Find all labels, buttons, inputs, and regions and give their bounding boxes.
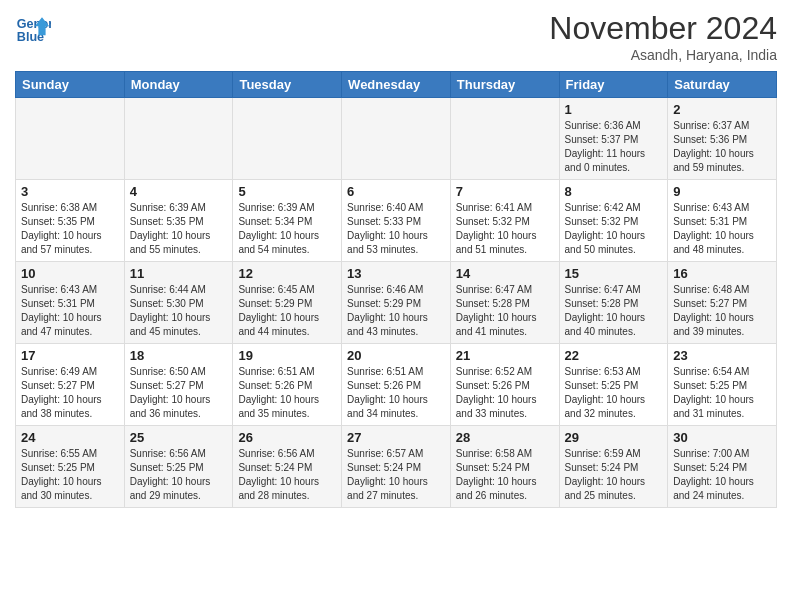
- day-info: Sunrise: 6:39 AM Sunset: 5:34 PM Dayligh…: [238, 201, 336, 257]
- day-info: Sunrise: 6:57 AM Sunset: 5:24 PM Dayligh…: [347, 447, 445, 503]
- calendar-cell: [233, 98, 342, 180]
- weekday-header-tuesday: Tuesday: [233, 72, 342, 98]
- day-info: Sunrise: 6:52 AM Sunset: 5:26 PM Dayligh…: [456, 365, 554, 421]
- title-block: November 2024 Asandh, Haryana, India: [549, 10, 777, 63]
- day-info: Sunrise: 6:53 AM Sunset: 5:25 PM Dayligh…: [565, 365, 663, 421]
- calendar-cell: 28Sunrise: 6:58 AM Sunset: 5:24 PM Dayli…: [450, 426, 559, 508]
- day-number: 14: [456, 266, 554, 281]
- weekday-header-friday: Friday: [559, 72, 668, 98]
- weekday-header-wednesday: Wednesday: [342, 72, 451, 98]
- calendar-cell: 4Sunrise: 6:39 AM Sunset: 5:35 PM Daylig…: [124, 180, 233, 262]
- day-info: Sunrise: 6:49 AM Sunset: 5:27 PM Dayligh…: [21, 365, 119, 421]
- calendar-cell: 18Sunrise: 6:50 AM Sunset: 5:27 PM Dayli…: [124, 344, 233, 426]
- day-number: 6: [347, 184, 445, 199]
- calendar-cell: 3Sunrise: 6:38 AM Sunset: 5:35 PM Daylig…: [16, 180, 125, 262]
- calendar-week-row: 3Sunrise: 6:38 AM Sunset: 5:35 PM Daylig…: [16, 180, 777, 262]
- day-number: 13: [347, 266, 445, 281]
- day-number: 4: [130, 184, 228, 199]
- day-number: 8: [565, 184, 663, 199]
- calendar-cell: 27Sunrise: 6:57 AM Sunset: 5:24 PM Dayli…: [342, 426, 451, 508]
- day-number: 18: [130, 348, 228, 363]
- day-info: Sunrise: 6:58 AM Sunset: 5:24 PM Dayligh…: [456, 447, 554, 503]
- calendar-week-row: 17Sunrise: 6:49 AM Sunset: 5:27 PM Dayli…: [16, 344, 777, 426]
- weekday-header-saturday: Saturday: [668, 72, 777, 98]
- day-info: Sunrise: 6:51 AM Sunset: 5:26 PM Dayligh…: [238, 365, 336, 421]
- day-number: 23: [673, 348, 771, 363]
- day-number: 16: [673, 266, 771, 281]
- calendar-cell: 20Sunrise: 6:51 AM Sunset: 5:26 PM Dayli…: [342, 344, 451, 426]
- calendar-cell: 25Sunrise: 6:56 AM Sunset: 5:25 PM Dayli…: [124, 426, 233, 508]
- day-number: 19: [238, 348, 336, 363]
- calendar-cell: 24Sunrise: 6:55 AM Sunset: 5:25 PM Dayli…: [16, 426, 125, 508]
- logo-icon: General Blue: [15, 10, 51, 46]
- calendar-cell: 11Sunrise: 6:44 AM Sunset: 5:30 PM Dayli…: [124, 262, 233, 344]
- calendar-cell: 16Sunrise: 6:48 AM Sunset: 5:27 PM Dayli…: [668, 262, 777, 344]
- day-number: 3: [21, 184, 119, 199]
- weekday-header-row: SundayMondayTuesdayWednesdayThursdayFrid…: [16, 72, 777, 98]
- day-info: Sunrise: 6:38 AM Sunset: 5:35 PM Dayligh…: [21, 201, 119, 257]
- weekday-header-monday: Monday: [124, 72, 233, 98]
- day-number: 28: [456, 430, 554, 445]
- day-number: 7: [456, 184, 554, 199]
- calendar-cell: 6Sunrise: 6:40 AM Sunset: 5:33 PM Daylig…: [342, 180, 451, 262]
- calendar-cell: [16, 98, 125, 180]
- day-number: 11: [130, 266, 228, 281]
- weekday-header-thursday: Thursday: [450, 72, 559, 98]
- day-info: Sunrise: 6:48 AM Sunset: 5:27 PM Dayligh…: [673, 283, 771, 339]
- weekday-header-sunday: Sunday: [16, 72, 125, 98]
- calendar-week-row: 24Sunrise: 6:55 AM Sunset: 5:25 PM Dayli…: [16, 426, 777, 508]
- day-info: Sunrise: 6:46 AM Sunset: 5:29 PM Dayligh…: [347, 283, 445, 339]
- day-info: Sunrise: 6:43 AM Sunset: 5:31 PM Dayligh…: [21, 283, 119, 339]
- calendar-cell: 29Sunrise: 6:59 AM Sunset: 5:24 PM Dayli…: [559, 426, 668, 508]
- calendar-cell: 7Sunrise: 6:41 AM Sunset: 5:32 PM Daylig…: [450, 180, 559, 262]
- calendar-cell: 23Sunrise: 6:54 AM Sunset: 5:25 PM Dayli…: [668, 344, 777, 426]
- month-title: November 2024: [549, 10, 777, 47]
- calendar-cell: 17Sunrise: 6:49 AM Sunset: 5:27 PM Dayli…: [16, 344, 125, 426]
- day-number: 10: [21, 266, 119, 281]
- day-info: Sunrise: 6:59 AM Sunset: 5:24 PM Dayligh…: [565, 447, 663, 503]
- day-number: 26: [238, 430, 336, 445]
- calendar-table: SundayMondayTuesdayWednesdayThursdayFrid…: [15, 71, 777, 508]
- day-info: Sunrise: 6:55 AM Sunset: 5:25 PM Dayligh…: [21, 447, 119, 503]
- day-number: 30: [673, 430, 771, 445]
- calendar-cell: [124, 98, 233, 180]
- calendar-cell: 8Sunrise: 6:42 AM Sunset: 5:32 PM Daylig…: [559, 180, 668, 262]
- day-number: 9: [673, 184, 771, 199]
- calendar-cell: 15Sunrise: 6:47 AM Sunset: 5:28 PM Dayli…: [559, 262, 668, 344]
- calendar-cell: [342, 98, 451, 180]
- calendar-cell: 12Sunrise: 6:45 AM Sunset: 5:29 PM Dayli…: [233, 262, 342, 344]
- day-info: Sunrise: 6:56 AM Sunset: 5:24 PM Dayligh…: [238, 447, 336, 503]
- day-info: Sunrise: 6:40 AM Sunset: 5:33 PM Dayligh…: [347, 201, 445, 257]
- header: General Blue November 2024 Asandh, Harya…: [15, 10, 777, 63]
- day-info: Sunrise: 6:50 AM Sunset: 5:27 PM Dayligh…: [130, 365, 228, 421]
- day-info: Sunrise: 6:51 AM Sunset: 5:26 PM Dayligh…: [347, 365, 445, 421]
- location: Asandh, Haryana, India: [549, 47, 777, 63]
- calendar-cell: 22Sunrise: 6:53 AM Sunset: 5:25 PM Dayli…: [559, 344, 668, 426]
- day-info: Sunrise: 6:44 AM Sunset: 5:30 PM Dayligh…: [130, 283, 228, 339]
- calendar-cell: 19Sunrise: 6:51 AM Sunset: 5:26 PM Dayli…: [233, 344, 342, 426]
- day-info: Sunrise: 6:47 AM Sunset: 5:28 PM Dayligh…: [456, 283, 554, 339]
- day-info: Sunrise: 6:37 AM Sunset: 5:36 PM Dayligh…: [673, 119, 771, 175]
- day-number: 21: [456, 348, 554, 363]
- calendar-cell: 5Sunrise: 6:39 AM Sunset: 5:34 PM Daylig…: [233, 180, 342, 262]
- calendar-cell: 14Sunrise: 6:47 AM Sunset: 5:28 PM Dayli…: [450, 262, 559, 344]
- day-number: 1: [565, 102, 663, 117]
- day-number: 12: [238, 266, 336, 281]
- day-info: Sunrise: 6:36 AM Sunset: 5:37 PM Dayligh…: [565, 119, 663, 175]
- page: General Blue November 2024 Asandh, Harya…: [0, 0, 792, 523]
- calendar-cell: 9Sunrise: 6:43 AM Sunset: 5:31 PM Daylig…: [668, 180, 777, 262]
- day-number: 25: [130, 430, 228, 445]
- day-number: 20: [347, 348, 445, 363]
- calendar-cell: 26Sunrise: 6:56 AM Sunset: 5:24 PM Dayli…: [233, 426, 342, 508]
- calendar-week-row: 1Sunrise: 6:36 AM Sunset: 5:37 PM Daylig…: [16, 98, 777, 180]
- day-info: Sunrise: 6:54 AM Sunset: 5:25 PM Dayligh…: [673, 365, 771, 421]
- day-number: 22: [565, 348, 663, 363]
- day-info: Sunrise: 6:56 AM Sunset: 5:25 PM Dayligh…: [130, 447, 228, 503]
- day-info: Sunrise: 6:39 AM Sunset: 5:35 PM Dayligh…: [130, 201, 228, 257]
- day-number: 15: [565, 266, 663, 281]
- day-number: 29: [565, 430, 663, 445]
- day-number: 27: [347, 430, 445, 445]
- day-number: 2: [673, 102, 771, 117]
- day-info: Sunrise: 6:43 AM Sunset: 5:31 PM Dayligh…: [673, 201, 771, 257]
- day-info: Sunrise: 6:47 AM Sunset: 5:28 PM Dayligh…: [565, 283, 663, 339]
